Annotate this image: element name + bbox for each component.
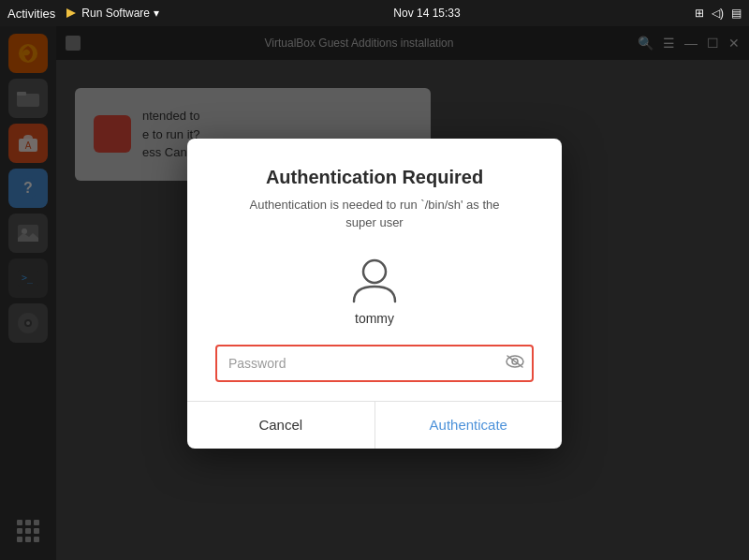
network-icon[interactable]: ⊞ [695,7,704,20]
authenticate-button[interactable]: Authenticate [375,402,563,449]
dialog-title: Authentication Required [266,167,483,188]
username-label: tommy [355,311,394,326]
activities-button[interactable]: Activities [7,7,55,21]
volume-icon[interactable]: ◁) [712,7,724,20]
dialog-description: Authentication is needed to run `/bin/sh… [250,196,500,232]
topbar: Activities Run Software ▾ Nov 14 15:33 ⊞… [0,0,749,26]
run-software-icon [65,7,78,20]
modal-overlay: Authentication Required Authentication i… [0,26,749,560]
topbar-left: Activities Run Software ▾ [7,7,159,21]
password-field-wrapper [215,345,534,382]
run-software-menu[interactable]: Run Software ▾ [65,7,159,20]
topbar-datetime: Nov 14 15:33 [393,7,460,20]
user-avatar: tommy [348,253,401,326]
dialog-footer: Cancel Authenticate [187,401,562,449]
person-icon [348,253,401,305]
avatar-icon [348,253,401,305]
svg-marker-0 [66,8,76,18]
eye-slash-icon [506,354,524,369]
topbar-right: ⊞ ◁) ▤ [695,7,742,20]
cancel-button[interactable]: Cancel [187,402,375,449]
password-input[interactable] [215,345,534,382]
dialog-body: Authentication Required Authentication i… [187,139,562,397]
password-toggle-icon[interactable] [506,354,524,373]
auth-dialog: Authentication Required Authentication i… [187,139,562,449]
battery-icon[interactable]: ▤ [731,7,742,20]
svg-point-15 [363,260,386,283]
